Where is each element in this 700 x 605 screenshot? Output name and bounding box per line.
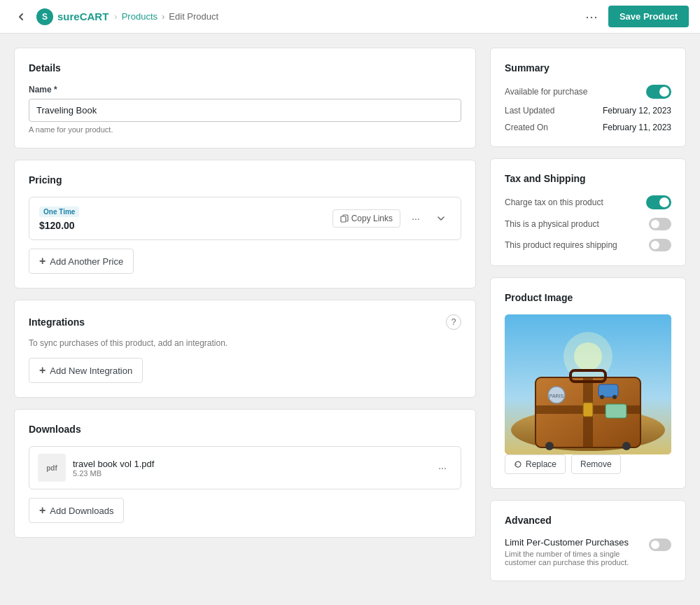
integrations-card: Integrations ? To sync purchases of this… [14, 300, 476, 398]
toggle-sm-slider [649, 239, 671, 251]
svg-point-3 [574, 342, 602, 370]
svg-point-17 [622, 442, 631, 450]
add-downloads-button[interactable]: + Add Downloads [29, 498, 124, 523]
remove-image-button[interactable]: Remove [571, 454, 621, 474]
svg-rect-15 [606, 404, 626, 418]
product-image: PARIS [505, 314, 671, 454]
help-button[interactable]: ? [446, 314, 461, 330]
created-on-label: Created On [505, 123, 548, 132]
pricing-title: Pricing [29, 174, 461, 186]
toggle-slider [646, 195, 671, 209]
plus-icon: + [39, 504, 46, 517]
name-label: Name * [29, 85, 461, 95]
limit-info: Limit Per-Customer Purchases Limit the n… [505, 537, 642, 566]
pricing-card: Pricing One Time $120.00 Copy Links ··· [14, 160, 476, 288]
name-hint: A name for your product. [29, 125, 461, 134]
add-integration-button[interactable]: + Add New Integration [29, 358, 143, 383]
price-more-button[interactable]: ··· [406, 209, 426, 228]
tax-shipping-card: Tax and Shipping Charge tax on this prod… [490, 158, 686, 266]
chevron-down-icon [437, 214, 445, 223]
suitcase-svg: PARIS [505, 314, 671, 454]
toggle-sm-slider [649, 218, 671, 230]
copy-icon [340, 214, 349, 223]
breadcrumb-sep: › [114, 11, 117, 22]
svg-point-16 [545, 442, 554, 450]
physical-product-toggle[interactable] [649, 218, 671, 230]
breadcrumb-sep2: › [162, 11, 164, 22]
charge-tax-label: Charge tax on this product [505, 197, 603, 207]
integrations-hint: To sync purchases of this product, add a… [29, 338, 461, 348]
replace-icon [514, 460, 522, 468]
logo: S sureCART [36, 8, 108, 25]
limit-label: Limit Per-Customer Purchases [505, 537, 642, 548]
integrations-title: Integrations [29, 317, 85, 328]
requires-shipping-row: This product requires shipping [505, 239, 671, 251]
breadcrumb-products[interactable]: Products [122, 11, 158, 22]
physical-product-row: This is a physical product [505, 218, 671, 230]
replace-image-button[interactable]: Replace [505, 454, 566, 474]
svg-rect-9 [583, 403, 593, 417]
topbar: S sureCART › Products › Edit Product ⋯ S… [0, 0, 700, 34]
breadcrumb-current: Edit Product [169, 11, 218, 22]
price-info: One Time $120.00 [39, 206, 79, 231]
toggle-slider [646, 85, 671, 99]
price-actions: Copy Links ··· [332, 209, 451, 228]
name-field-group: Name * A name for your product. [29, 85, 461, 134]
details-title: Details [29, 62, 461, 74]
copy-links-button[interactable]: Copy Links [332, 209, 400, 228]
download-name: travel book vol 1.pdf [73, 459, 426, 469]
available-row: Available for purchase [505, 85, 671, 99]
svg-rect-0 [341, 216, 346, 222]
advanced-card: Advanced Limit Per-Customer Purchases Li… [490, 500, 686, 581]
created-on-value: February 11, 2023 [603, 123, 671, 132]
price-amount: $120.00 [39, 220, 79, 231]
download-size: 5.23 MB [73, 469, 426, 478]
price-expand-button[interactable] [431, 209, 451, 228]
physical-product-label: This is a physical product [505, 219, 599, 229]
pdf-icon: pdf [38, 454, 66, 482]
details-card: Details Name * A name for your product. [14, 48, 476, 148]
svg-point-13 [600, 395, 604, 399]
more-options-button[interactable]: ⋯ [580, 6, 603, 28]
charge-tax-toggle[interactable] [646, 195, 671, 209]
plus-icon: + [39, 364, 46, 377]
logo-icon: S [36, 8, 53, 25]
product-image-card: Product Image [490, 277, 686, 489]
downloads-title: Downloads [29, 424, 461, 435]
price-row: One Time $120.00 Copy Links ··· [29, 197, 461, 240]
limit-hint: Limit the number of times a single custo… [505, 550, 642, 566]
download-item: pdf travel book vol 1.pdf 5.23 MB ··· [29, 446, 461, 489]
product-image-title: Product Image [505, 292, 671, 303]
main-column: Details Name * A name for your product. … [14, 48, 476, 581]
download-info: travel book vol 1.pdf 5.23 MB [73, 459, 426, 478]
svg-point-14 [612, 395, 617, 399]
side-column: Summary Available for purchase Last Upda… [490, 48, 686, 581]
download-more-button[interactable]: ··· [433, 458, 452, 478]
tax-shipping-title: Tax and Shipping [505, 173, 671, 184]
plus-icon: + [39, 255, 46, 267]
available-label: Available for purchase [505, 87, 588, 97]
available-toggle[interactable] [646, 85, 671, 99]
toggle-sm-slider [649, 538, 671, 551]
summary-title: Summary [505, 62, 671, 74]
limit-purchases-row: Limit Per-Customer Purchases Limit the n… [505, 537, 671, 566]
created-on-row: Created On February 11, 2023 [505, 123, 671, 132]
summary-card: Summary Available for purchase Last Upda… [490, 48, 686, 147]
last-updated-row: Last Updated February 12, 2023 [505, 106, 671, 116]
limit-toggle[interactable] [649, 538, 671, 551]
svg-text:PARIS: PARIS [550, 394, 564, 398]
requires-shipping-label: This product requires shipping [505, 240, 617, 250]
price-badge: One Time [39, 207, 79, 217]
last-updated-value: February 12, 2023 [603, 106, 671, 116]
add-price-button[interactable]: + Add Another Price [29, 249, 134, 274]
back-button[interactable] [11, 7, 31, 27]
logo-text: sureCART [57, 11, 108, 22]
last-updated-label: Last Updated [505, 106, 554, 116]
downloads-card: Downloads pdf travel book vol 1.pdf 5.23… [14, 409, 476, 538]
image-actions: Replace Remove [505, 454, 671, 474]
charge-tax-row: Charge tax on this product [505, 195, 671, 209]
requires-shipping-toggle[interactable] [649, 239, 671, 251]
integrations-header: Integrations ? [29, 314, 461, 330]
name-input[interactable] [29, 99, 461, 122]
save-product-button[interactable]: Save Product [608, 6, 689, 27]
